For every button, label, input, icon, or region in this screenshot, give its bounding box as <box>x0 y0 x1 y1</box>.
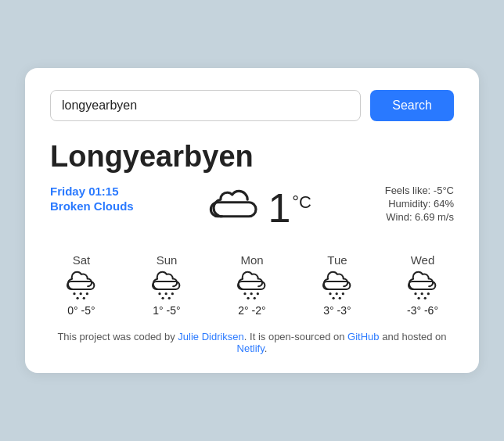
humidity: Humidity: 64% <box>385 198 454 210</box>
forecast-temps: 0° -5° <box>67 304 95 317</box>
current-description: Broken Clouds <box>50 199 134 213</box>
footer-github-link[interactable]: GitHub <box>347 331 379 342</box>
svg-point-15 <box>329 292 331 295</box>
svg-point-17 <box>342 292 344 295</box>
footer-netlify-link[interactable]: Netlify <box>237 342 265 354</box>
current-cloud-icon <box>207 185 263 231</box>
search-input[interactable] <box>50 90 361 121</box>
svg-point-11 <box>250 292 253 295</box>
forecast-temps: 1° -5° <box>153 304 180 317</box>
weather-card: Search Longyearbyen Friday 01:15 Broken … <box>25 68 479 373</box>
svg-point-9 <box>168 297 171 299</box>
forecast-day-label: Sun <box>157 253 178 267</box>
svg-point-23 <box>417 297 419 299</box>
forecast-day: Tue3° -3° <box>306 253 369 317</box>
svg-point-20 <box>414 292 416 295</box>
svg-point-6 <box>165 292 167 295</box>
forecast-day-label: Sat <box>73 253 91 267</box>
svg-point-1 <box>80 292 82 295</box>
forecast-day: Sat0° -5° <box>50 253 113 317</box>
current-temperature: 1 <box>268 188 290 228</box>
footer-text-end: . <box>265 342 268 354</box>
svg-point-7 <box>171 292 174 295</box>
forecast-day: Mon2° -2° <box>221 253 283 317</box>
svg-point-19 <box>339 297 341 299</box>
svg-point-13 <box>247 297 249 299</box>
forecast-temps: -3° -6° <box>407 304 438 317</box>
forecast-day-label: Wed <box>411 253 435 267</box>
footer-text-middle: . It is open-sourced on <box>244 331 347 342</box>
forecast-cloud-icon <box>320 271 355 299</box>
svg-point-18 <box>332 297 334 299</box>
svg-point-10 <box>243 292 246 295</box>
svg-point-4 <box>83 297 85 299</box>
current-unit: °C <box>292 192 311 213</box>
forecast-temps: 3° -3° <box>323 304 351 317</box>
forecast-day-label: Mon <box>240 253 263 267</box>
current-left: Friday 01:15 Broken Clouds <box>50 185 134 213</box>
forecast-row: Sat0° -5°Sun1° -5°Mon2° -2°Tue3° -3°Wed-… <box>50 253 454 317</box>
search-row: Search <box>50 90 454 121</box>
svg-point-22 <box>427 292 430 295</box>
svg-point-0 <box>73 292 75 295</box>
svg-point-24 <box>424 297 427 299</box>
forecast-cloud-icon <box>405 271 440 299</box>
current-center: 1 °C <box>207 185 311 231</box>
footer-text-before: This project was coded by <box>57 331 178 342</box>
wind: Wind: 6.69 m/s <box>385 211 454 223</box>
city-name: Longyearbyen <box>50 140 454 174</box>
forecast-day: Wed-3° -6° <box>391 253 454 317</box>
current-datetime: Friday 01:15 <box>50 185 134 198</box>
forecast-temps: 2° -2° <box>238 304 265 317</box>
current-details: Feels like: -5°C Humidity: 64% Wind: 6.6… <box>385 185 454 223</box>
forecast-cloud-icon <box>235 271 269 299</box>
svg-point-12 <box>257 292 259 295</box>
footer-author-link[interactable]: Julie Didriksen <box>178 331 244 342</box>
search-button[interactable]: Search <box>370 90 454 121</box>
svg-point-16 <box>336 292 338 295</box>
forecast-cloud-icon <box>64 271 99 299</box>
feels-like: Feels like: -5°C <box>385 185 454 196</box>
forecast-cloud-icon <box>149 271 184 299</box>
forecast-day-label: Tue <box>327 253 347 267</box>
footer: This project was coded by Julie Didrikse… <box>50 331 454 354</box>
svg-point-3 <box>76 297 78 299</box>
footer-text-after: and hosted on <box>380 331 447 342</box>
svg-point-8 <box>161 297 164 299</box>
forecast-day: Sun1° -5° <box>135 253 198 317</box>
svg-point-2 <box>86 292 88 295</box>
svg-point-5 <box>158 292 160 295</box>
svg-point-21 <box>421 292 423 295</box>
svg-point-14 <box>254 297 256 299</box>
current-weather: Friday 01:15 Broken Clouds 1 °C Feels li… <box>50 185 454 231</box>
